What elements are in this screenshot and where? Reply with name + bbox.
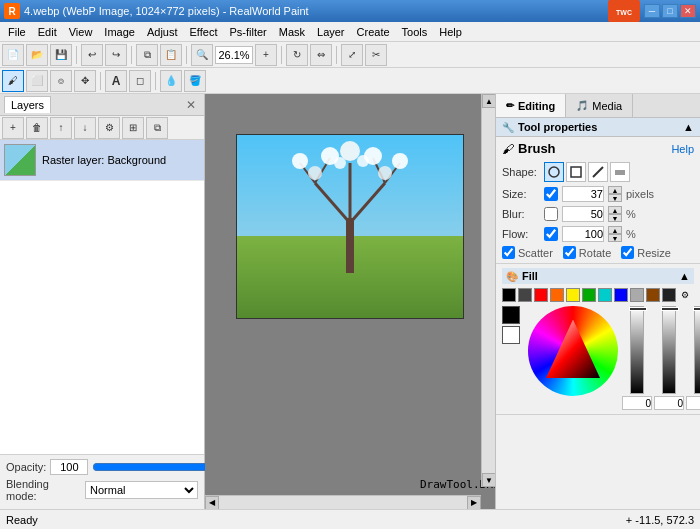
opacity-slider[interactable] xyxy=(92,460,221,474)
resize-button[interactable]: ⤢ xyxy=(341,44,363,66)
flow-down-button[interactable]: ▼ xyxy=(608,234,622,242)
blur-input[interactable] xyxy=(562,206,604,222)
zoom-input[interactable] xyxy=(215,46,253,64)
shape-square-button[interactable] xyxy=(566,162,586,182)
shape-custom-button[interactable] xyxy=(610,162,630,182)
shape-diagonal-button[interactable] xyxy=(588,162,608,182)
menu-file[interactable]: File xyxy=(2,24,32,40)
brush-help-link[interactable]: Help xyxy=(671,143,694,155)
size-checkbox[interactable] xyxy=(544,187,558,201)
menu-mask[interactable]: Mask xyxy=(273,24,311,40)
save-button[interactable]: 💾 xyxy=(50,44,72,66)
swatch-cyan[interactable] xyxy=(598,288,612,302)
select-tool-btn[interactable]: ⬜ xyxy=(26,70,48,92)
open-button[interactable]: 📂 xyxy=(26,44,48,66)
text-tool-btn[interactable]: A xyxy=(105,70,127,92)
rotate-checkbox[interactable] xyxy=(563,246,576,259)
color-triangle[interactable] xyxy=(546,320,600,379)
r-slider[interactable] xyxy=(662,306,676,394)
size-up-button[interactable]: ▲ xyxy=(608,186,622,194)
swatch-yellow[interactable] xyxy=(566,288,580,302)
foreground-color[interactable] xyxy=(502,306,520,324)
tab-media[interactable]: 🎵 Media xyxy=(566,94,633,117)
paste-button[interactable]: 📋 xyxy=(160,44,182,66)
delete-layer-button[interactable]: 🗑 xyxy=(26,117,48,139)
value-input[interactable] xyxy=(622,396,652,410)
layer-merge-button[interactable]: ⊞ xyxy=(122,117,144,139)
layer-down-button[interactable]: ↓ xyxy=(74,117,96,139)
zoom-in-button[interactable]: + xyxy=(255,44,277,66)
g-slider[interactable] xyxy=(694,306,700,394)
brush-tool-btn[interactable]: 🖌 xyxy=(2,70,24,92)
background-color[interactable] xyxy=(502,326,520,344)
menu-help[interactable]: Help xyxy=(433,24,468,40)
zoom-out-button[interactable]: 🔍 xyxy=(191,44,213,66)
layer-up-button[interactable]: ↑ xyxy=(50,117,72,139)
tab-editing[interactable]: ✏ Editing xyxy=(496,94,566,117)
scroll-left-button[interactable]: ◀ xyxy=(205,496,219,510)
layer-item[interactable]: Raster layer: Background xyxy=(0,140,204,181)
scatter-checkbox[interactable] xyxy=(502,246,515,259)
layers-close-button[interactable]: ✕ xyxy=(182,98,200,112)
vertical-scrollbar[interactable]: ▲ ▼ xyxy=(481,94,495,487)
swatch-red[interactable] xyxy=(534,288,548,302)
color-wheel[interactable] xyxy=(528,306,618,396)
move-tool-btn[interactable]: ✥ xyxy=(74,70,96,92)
crop-button[interactable]: ✂ xyxy=(365,44,387,66)
fill-collapse-icon[interactable]: ▲ xyxy=(679,270,690,282)
maximize-button[interactable]: □ xyxy=(662,4,678,18)
rotate-button[interactable]: ↻ xyxy=(286,44,308,66)
menu-image[interactable]: Image xyxy=(98,24,141,40)
blur-up-button[interactable]: ▲ xyxy=(608,206,622,214)
menu-create[interactable]: Create xyxy=(351,24,396,40)
copy-button[interactable]: ⧉ xyxy=(136,44,158,66)
swatch-brown[interactable] xyxy=(646,288,660,302)
layer-props-button[interactable]: ⚙ xyxy=(98,117,120,139)
flow-input[interactable] xyxy=(562,226,604,242)
horizontal-scrollbar[interactable]: ◀ ▶ xyxy=(205,495,481,509)
menu-effect[interactable]: Effect xyxy=(184,24,224,40)
scroll-right-button[interactable]: ▶ xyxy=(467,496,481,510)
swatch-orange[interactable] xyxy=(550,288,564,302)
size-down-button[interactable]: ▼ xyxy=(608,194,622,202)
swatch-dark[interactable] xyxy=(518,288,532,302)
value-slider[interactable] xyxy=(630,306,644,394)
menu-edit[interactable]: Edit xyxy=(32,24,63,40)
menu-adjust[interactable]: Adjust xyxy=(141,24,184,40)
redo-button[interactable]: ↪ xyxy=(105,44,127,66)
menu-view[interactable]: View xyxy=(63,24,99,40)
palette-settings-icon[interactable]: ⚙ xyxy=(678,288,692,302)
collapse-icon[interactable]: ▲ xyxy=(683,121,694,133)
menu-tools[interactable]: Tools xyxy=(396,24,434,40)
flow-checkbox[interactable] xyxy=(544,227,558,241)
canvas-area[interactable]: DrawTool.BRUSH(); ▲ ▼ ◀ ▶ xyxy=(205,94,495,509)
menu-psfilter[interactable]: Ps-filter xyxy=(223,24,272,40)
r-input[interactable] xyxy=(654,396,684,410)
add-layer-button[interactable]: + xyxy=(2,117,24,139)
close-button[interactable]: ✕ xyxy=(680,4,696,18)
scroll-down-button[interactable]: ▼ xyxy=(482,473,495,487)
lasso-tool-btn[interactable]: ⌾ xyxy=(50,70,72,92)
opacity-input[interactable] xyxy=(50,459,88,475)
flip-button[interactable]: ⇔ xyxy=(310,44,332,66)
resize-checkbox[interactable] xyxy=(621,246,634,259)
flow-up-button[interactable]: ▲ xyxy=(608,226,622,234)
scroll-up-button[interactable]: ▲ xyxy=(482,94,495,108)
blur-checkbox[interactable] xyxy=(544,207,558,221)
fill-tool-btn[interactable]: 🪣 xyxy=(184,70,206,92)
minimize-button[interactable]: ─ xyxy=(644,4,660,18)
eraser-tool-btn[interactable]: ◻ xyxy=(129,70,151,92)
size-input[interactable] xyxy=(562,186,604,202)
swatch-gray1[interactable] xyxy=(630,288,644,302)
swatch-green[interactable] xyxy=(582,288,596,302)
undo-button[interactable]: ↩ xyxy=(81,44,103,66)
blending-select[interactable]: Normal Multiply Screen Overlay xyxy=(85,481,198,499)
swatch-black[interactable] xyxy=(502,288,516,302)
eyedropper-tool-btn[interactable]: 💧 xyxy=(160,70,182,92)
shape-circle-button[interactable] xyxy=(544,162,564,182)
layers-tab[interactable]: Layers xyxy=(4,96,51,113)
blur-down-button[interactable]: ▼ xyxy=(608,214,622,222)
layer-copy-button[interactable]: ⧉ xyxy=(146,117,168,139)
swatch-blue[interactable] xyxy=(614,288,628,302)
menu-layer[interactable]: Layer xyxy=(311,24,351,40)
